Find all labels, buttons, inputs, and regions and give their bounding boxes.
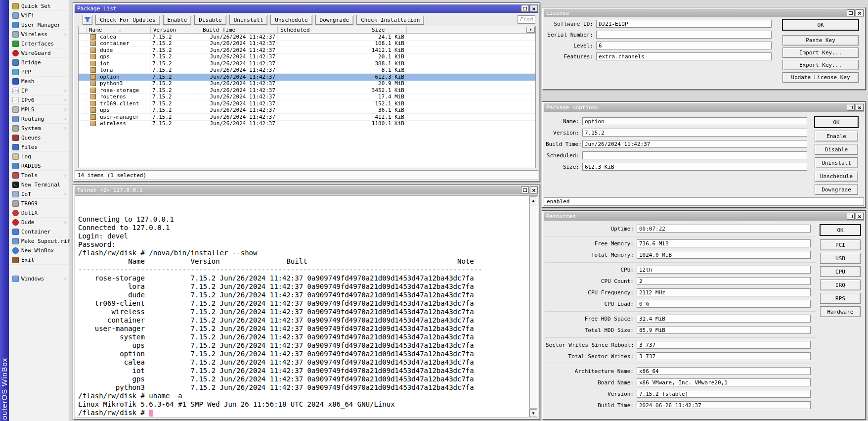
- uninstall-button[interactable]: Uninstall: [229, 15, 268, 25]
- table-row[interactable]: lora7.15.2Jun/26/2024 11:42:378.1 KiB: [79, 67, 535, 74]
- total-hdd-size-field[interactable]: 85.9 MiB: [637, 326, 811, 334]
- sidebar-item-ipv6[interactable]: IPv6: [9, 95, 69, 105]
- resources-titlebar[interactable]: Resources: [544, 212, 864, 221]
- cpu-count-field[interactable]: 2: [637, 277, 811, 285]
- scroll-down-icon[interactable]: [529, 409, 537, 417]
- sidebar-item-routing[interactable]: Routing: [9, 114, 69, 124]
- unschedule-button[interactable]: Unschedule: [815, 171, 858, 182]
- maximize-button[interactable]: [521, 187, 529, 193]
- header-scheduled[interactable]: Scheduled: [278, 26, 369, 33]
- header-version[interactable]: Version: [151, 26, 200, 33]
- table-row[interactable]: rose-storage7.15.2Jun/26/2024 11:42:3734…: [79, 87, 535, 94]
- irq-button[interactable]: IRQ: [820, 280, 861, 290]
- sidebar-item-dot1x[interactable]: Dot1X: [9, 208, 69, 218]
- table-row[interactable]: user-manager7.15.2Jun/26/2024 11:42:3741…: [79, 114, 535, 121]
- table-row[interactable]: routeros7.15.2Jun/26/2024 11:42:3717.4 M…: [79, 94, 535, 101]
- cpu-button[interactable]: CPU: [820, 266, 861, 277]
- features-field[interactable]: extra-channels: [596, 52, 772, 60]
- total-sector-writes-field[interactable]: 3 737: [637, 352, 811, 360]
- vertical-scrollbar[interactable]: [529, 196, 537, 417]
- cpu-frequency-field[interactable]: 2112 MHz: [637, 288, 811, 296]
- total-memory-field[interactable]: 1024.0 MiB: [637, 251, 811, 259]
- table-row[interactable]: dude7.15.2Jun/26/2024 11:42:371412.1 KiB: [79, 47, 535, 54]
- sidebar-item-wifi[interactable]: WiFi: [9, 11, 69, 20]
- sidebar-item-files[interactable]: Files: [9, 142, 69, 152]
- sidebar-item-windows[interactable]: Windows: [9, 274, 69, 283]
- build-time-field[interactable]: 2024-06-26 11:42:37: [637, 401, 811, 409]
- package-list-titlebar[interactable]: Package List: [75, 4, 538, 13]
- software-id-field[interactable]: DJ21-EIQP: [596, 20, 772, 28]
- header-build-time[interactable]: Build Time: [200, 26, 278, 33]
- uninstall-button[interactable]: Uninstall: [815, 157, 858, 168]
- telnet-titlebar[interactable]: Telnet <2> 127.0.0.1: [75, 186, 538, 194]
- free-memory-field[interactable]: 736.6 MiB: [637, 239, 811, 247]
- enable-button[interactable]: Enable: [163, 15, 192, 25]
- close-icon[interactable]: [856, 104, 864, 111]
- usb-button[interactable]: USB: [820, 253, 861, 264]
- sidebar-item-iot[interactable]: IoT: [9, 189, 69, 199]
- ok-button[interactable]: OK: [820, 225, 861, 235]
- sector-writes-since-reboot-field[interactable]: 3 737: [637, 341, 811, 349]
- serial-number-field[interactable]: [596, 31, 772, 39]
- sidebar-item-ppp[interactable]: PPP: [9, 67, 69, 77]
- sidebar-item-queues[interactable]: Queues: [9, 133, 69, 142]
- check-installation-button[interactable]: Check Installation: [356, 15, 424, 25]
- sidebar-item-new-winbox[interactable]: New WinBox: [9, 246, 69, 255]
- close-icon[interactable]: [856, 213, 864, 220]
- cpu-field[interactable]: 12th: [637, 266, 811, 274]
- maximize-button[interactable]: [847, 213, 855, 220]
- version-field[interactable]: 7.15.2: [582, 129, 807, 137]
- sidebar-item-tools[interactable]: Tools: [9, 171, 69, 180]
- pci-button[interactable]: PCI: [820, 239, 861, 250]
- sidebar-item-wireguard[interactable]: WireGuard: [9, 48, 69, 58]
- sidebar-item-new-terminal[interactable]: New Terminal: [9, 180, 69, 189]
- close-icon[interactable]: [856, 9, 864, 16]
- find-input[interactable]: Find: [518, 15, 535, 24]
- import-key-button[interactable]: Import Key...: [782, 47, 859, 58]
- unschedule-button[interactable]: Unschedule: [270, 15, 312, 25]
- uptime-field[interactable]: 00:07:22: [637, 225, 811, 233]
- disable-button[interactable]: Disable: [194, 15, 226, 25]
- level-field[interactable]: 6: [596, 42, 772, 49]
- table-row[interactable]: wireless7.15.2Jun/26/2024 11:42:371180.1…: [79, 121, 535, 128]
- table-row[interactable]: tr069-client7.15.2Jun/26/2024 11:42:3715…: [79, 100, 535, 107]
- column-select-button[interactable]: [526, 27, 535, 33]
- paste-key-button[interactable]: Paste Key: [782, 35, 859, 46]
- filter-button[interactable]: [83, 15, 92, 25]
- sidebar-item-log[interactable]: Log: [9, 152, 69, 161]
- scrollbar-thumb[interactable]: [529, 205, 537, 409]
- sidebar-item-quick-set[interactable]: Quick Set: [9, 1, 69, 11]
- table-row[interactable]: calea7.15.2Jun/26/2024 11:42:3724.1 KiB: [79, 34, 535, 41]
- free-hdd-space-field[interactable]: 31.4 MiB: [637, 315, 811, 323]
- header-size[interactable]: Size: [369, 26, 407, 33]
- downgrade-button[interactable]: Downgrade: [315, 15, 354, 25]
- architecture-name-field[interactable]: x86_64: [637, 367, 811, 375]
- header-lead-column[interactable]: [79, 26, 87, 33]
- maximize-button[interactable]: [847, 104, 855, 111]
- table-row-selected[interactable]: option7.15.2Jun/26/2024 11:42:37612.3 Ki…: [79, 74, 535, 81]
- sidebar-item-make-supout[interactable]: Make Supout.rif: [9, 236, 69, 246]
- sidebar-item-ip[interactable]: IP: [9, 86, 69, 95]
- sidebar-item-mpls[interactable]: MPLS: [9, 105, 69, 114]
- sidebar-item-container[interactable]: Container: [9, 227, 69, 236]
- enable-button[interactable]: Enable: [815, 131, 858, 141]
- board-name-field[interactable]: x86 VMware, Inc. VMware20,1: [637, 378, 811, 386]
- maximize-button[interactable]: [521, 5, 529, 12]
- scroll-up-icon[interactable]: [529, 196, 537, 204]
- sidebar-item-radius[interactable]: RADIUS: [9, 161, 69, 171]
- sidebar-item-dude[interactable]: Dude: [9, 218, 69, 227]
- close-icon[interactable]: [530, 187, 538, 193]
- table-row[interactable]: gps7.15.2Jun/26/2024 11:42:3720.1 KiB: [79, 54, 535, 61]
- scheduled-field[interactable]: [582, 151, 807, 159]
- header-name[interactable]: Name: [87, 26, 151, 33]
- sidebar-item-user-manager[interactable]: User Manager: [9, 20, 69, 30]
- close-icon[interactable]: [530, 5, 538, 12]
- downgrade-button[interactable]: Downgrade: [815, 184, 858, 195]
- sidebar-item-mesh[interactable]: Mesh: [9, 77, 69, 86]
- version-field[interactable]: 7.15.2 (stable): [637, 390, 811, 398]
- hardware-button[interactable]: Hardware: [820, 306, 861, 317]
- ok-button[interactable]: OK: [782, 20, 859, 30]
- update-license-key-button[interactable]: Update License Key: [782, 72, 859, 83]
- sidebar-item-wireless[interactable]: Wireless: [9, 30, 69, 39]
- maximize-button[interactable]: [847, 9, 855, 16]
